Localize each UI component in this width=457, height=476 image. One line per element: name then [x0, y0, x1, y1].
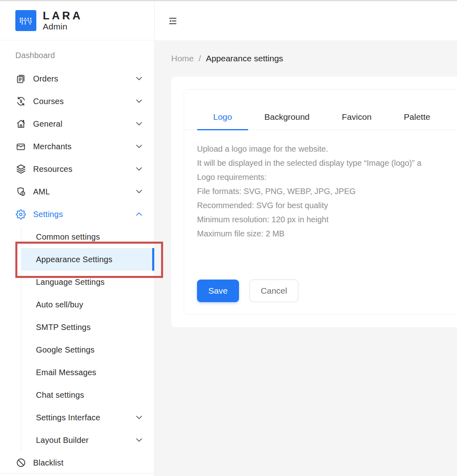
sidebar-item-chat-settings[interactable]: Chat settings	[21, 384, 154, 406]
sidebar-collapse-button[interactable]	[167, 15, 178, 27]
tab-label: Logo	[213, 112, 232, 122]
desc-line: File formats: SVG, PNG, WEBP, JPG, JPEG	[197, 184, 457, 198]
sidebar-item-settings-interface[interactable]: Settings Interface	[21, 406, 154, 429]
tab-palette[interactable]: Palette	[388, 104, 446, 129]
chevron-down-icon	[136, 100, 142, 103]
tab-logo[interactable]: Logo	[197, 104, 248, 129]
settings-submenu: Common settings Appearance Settings Lang…	[0, 225, 154, 451]
brand-logo-icon	[15, 10, 36, 31]
desc-line: Recommended: SVG for best quality	[197, 198, 457, 213]
sidebar-item-label: Chat settings	[36, 390, 84, 400]
clipboard-icon	[15, 73, 26, 84]
sidebar-item-label: Merchants	[33, 142, 71, 151]
sidebar-item-orders[interactable]: Orders	[0, 67, 154, 90]
dot-matrix-logo-icon	[17, 12, 35, 29]
sidebar-item-label: Layout Builder	[36, 436, 89, 445]
breadcrumb-home[interactable]: Home	[171, 52, 194, 65]
brand-text: LARA Admin	[43, 10, 83, 31]
app-root: LARA Admin Dashboard Orders	[0, 1, 457, 476]
sidebar-item-merchants[interactable]: Merchants	[0, 135, 154, 158]
brand-subtitle: Admin	[43, 22, 83, 31]
chevron-down-icon	[136, 167, 142, 171]
main-area: Home / Appearance settings Logo Backgrou…	[155, 1, 457, 476]
chevron-down-icon	[136, 190, 142, 194]
sidebar-item-label: Google Settings	[36, 345, 94, 355]
layers-icon	[15, 164, 26, 175]
sidebar-item-label: Resources	[33, 165, 72, 174]
sidebar-item-label: Common settings	[36, 232, 100, 242]
settings-panel: Logo Background Favicon Palette	[171, 77, 457, 327]
tab-background[interactable]: Background	[248, 104, 326, 129]
chevron-down-icon	[136, 438, 142, 442]
sidebar-item-dashboard[interactable]: Dashboard	[0, 40, 154, 67]
tab-label: Background	[264, 112, 310, 122]
sidebar-item-label: Appearance Settings	[36, 255, 112, 264]
sidebar-item-courses[interactable]: $ Courses	[0, 90, 154, 113]
brand[interactable]: LARA Admin	[0, 1, 154, 40]
chevron-up-icon	[136, 213, 142, 216]
sidebar-item-smtp-settings[interactable]: SMTP Settings	[21, 316, 154, 338]
sidebar-item-label: SMTP Settings	[36, 323, 91, 332]
tab-label: Palette	[404, 112, 430, 122]
sidebar-item-layout-builder[interactable]: Layout Builder	[21, 429, 154, 451]
breadcrumb: Home / Appearance settings	[171, 52, 457, 65]
sidebar-item-label: Auto sell/buy	[36, 300, 83, 309]
desc-line: Maximum file size: 2 MB	[197, 227, 457, 241]
desc-line: Minimum resolution: 120 px in height	[197, 213, 457, 227]
desc-line: Upload a logo image for the website.	[197, 142, 457, 156]
sidebar-item-common-settings[interactable]: Common settings	[21, 225, 154, 248]
sidebar-item-label: Language Settings	[36, 278, 105, 287]
content-area: Home / Appearance settings Logo Backgrou…	[155, 40, 457, 476]
sidebar-item-language-settings[interactable]: Language Settings	[21, 271, 154, 293]
logo-requirements-text: Upload a logo image for the website. It …	[184, 130, 457, 241]
chevron-down-icon	[136, 77, 142, 81]
shield-alert-icon	[15, 186, 26, 197]
appearance-card: Logo Background Favicon Palette	[184, 89, 457, 315]
save-button[interactable]: Save	[197, 280, 239, 302]
sidebar-item-label: Settings	[33, 210, 63, 219]
sidebar-item-auto-sell-buy[interactable]: Auto sell/buy	[21, 293, 154, 316]
svg-text:$: $	[19, 99, 22, 104]
sidebar-item-settings[interactable]: Settings	[0, 203, 154, 225]
brand-title: LARA	[43, 10, 83, 21]
sidebar-item-appearance-settings[interactable]: Appearance Settings	[21, 248, 154, 271]
desc-line: Logo requirements:	[197, 170, 457, 184]
sidebar-item-label: Email Messages	[36, 368, 96, 377]
sidebar-item-label: Blacklist	[33, 458, 63, 468]
sidebar-item-aml[interactable]: AML	[0, 180, 154, 203]
tab-label: Favicon	[342, 112, 372, 122]
sidebar-item-general[interactable]: General	[0, 113, 154, 135]
desc-line: It will be displayed in the selected dis…	[197, 156, 457, 170]
home-icon	[15, 119, 26, 129]
sidebar-item-label: General	[33, 119, 63, 129]
tab-favicon[interactable]: Favicon	[326, 104, 388, 129]
sidebar-item-email-messages[interactable]: Email Messages	[21, 361, 154, 384]
top-bar	[155, 1, 457, 40]
chevron-down-icon	[136, 416, 142, 420]
chevron-down-icon	[136, 145, 142, 148]
sidebar: LARA Admin Dashboard Orders	[0, 1, 155, 476]
sidebar-item-resources[interactable]: Resources	[0, 158, 154, 180]
ban-icon	[15, 457, 26, 468]
cancel-button[interactable]: Cancel	[249, 280, 298, 302]
menu-fold-icon	[168, 16, 178, 26]
tab-bar: Logo Background Favicon Palette	[184, 90, 457, 130]
sidebar-item-label: AML	[33, 187, 50, 196]
breadcrumb-current: Appearance settings	[206, 52, 283, 65]
exchange-dollar-icon: $	[15, 96, 26, 107]
form-actions: Save Cancel	[184, 263, 457, 302]
breadcrumb-separator: /	[199, 52, 201, 65]
sidebar-item-google-settings[interactable]: Google Settings	[21, 338, 154, 361]
wallet-icon	[15, 141, 26, 152]
sidebar-item-blacklist[interactable]: Blacklist	[0, 451, 154, 474]
sidebar-item-label: Courses	[33, 97, 64, 106]
chevron-down-icon	[136, 122, 142, 126]
sidebar-item-label: Orders	[33, 74, 58, 84]
gear-icon	[15, 209, 26, 220]
sidebar-item-label: Settings Interface	[36, 413, 100, 422]
